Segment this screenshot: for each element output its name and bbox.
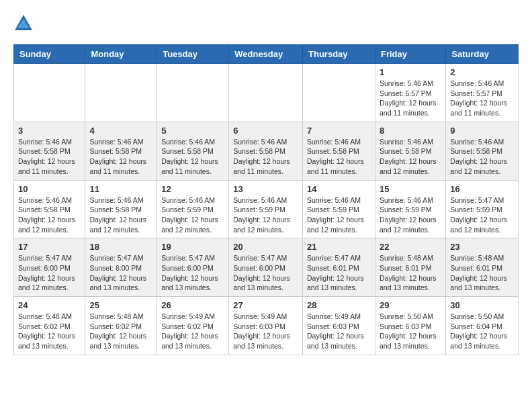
calendar-cell: 10Sunrise: 5:46 AM Sunset: 5:58 PM Dayli… [14,180,85,238]
calendar-cell: 12Sunrise: 5:46 AM Sunset: 5:59 PM Dayli… [157,180,229,238]
day-number: 18 [89,242,152,252]
day-header: Monday [85,45,157,64]
day-number: 23 [450,242,514,252]
calendar-cell: 2Sunrise: 5:46 AM Sunset: 5:57 PM Daylig… [446,64,519,122]
day-number: 17 [18,242,81,252]
day-info: Sunrise: 5:46 AM Sunset: 5:58 PM Dayligh… [89,195,152,235]
day-info: Sunrise: 5:47 AM Sunset: 6:00 PM Dayligh… [89,253,152,293]
day-number: 26 [161,300,224,310]
day-info: Sunrise: 5:46 AM Sunset: 5:58 PM Dayligh… [161,137,224,177]
calendar-cell: 25Sunrise: 5:48 AM Sunset: 6:02 PM Dayli… [85,297,157,355]
calendar-cell: 24Sunrise: 5:48 AM Sunset: 6:02 PM Dayli… [14,297,85,355]
calendar-cell: 5Sunrise: 5:46 AM Sunset: 5:58 PM Daylig… [157,122,229,180]
day-number: 24 [18,300,81,310]
day-number: 2 [450,67,514,77]
calendar-cell: 21Sunrise: 5:47 AM Sunset: 6:01 PM Dayli… [303,238,375,297]
day-number: 13 [233,184,298,194]
calendar-cell: 19Sunrise: 5:47 AM Sunset: 6:00 PM Dayli… [157,238,229,297]
day-info: Sunrise: 5:46 AM Sunset: 5:58 PM Dayligh… [307,137,371,177]
day-info: Sunrise: 5:47 AM Sunset: 6:00 PM Dayligh… [233,253,298,293]
calendar-week-row: 17Sunrise: 5:47 AM Sunset: 6:00 PM Dayli… [14,238,519,297]
day-number: 6 [233,126,298,136]
day-info: Sunrise: 5:46 AM Sunset: 5:58 PM Dayligh… [233,137,298,177]
day-info: Sunrise: 5:46 AM Sunset: 5:58 PM Dayligh… [450,137,514,177]
calendar-table: SundayMondayTuesdayWednesdayThursdayFrid… [13,44,519,355]
calendar-cell: 15Sunrise: 5:46 AM Sunset: 5:59 PM Dayli… [375,180,445,238]
day-info: Sunrise: 5:49 AM Sunset: 6:02 PM Dayligh… [161,312,224,351]
day-info: Sunrise: 5:47 AM Sunset: 6:00 PM Dayligh… [161,253,224,293]
day-info: Sunrise: 5:46 AM Sunset: 5:58 PM Dayligh… [18,195,81,235]
calendar-cell: 11Sunrise: 5:46 AM Sunset: 5:58 PM Dayli… [85,180,157,238]
calendar-cell [85,64,157,122]
calendar-cell: 17Sunrise: 5:47 AM Sunset: 6:00 PM Dayli… [14,238,85,297]
calendar-cell: 1Sunrise: 5:46 AM Sunset: 5:57 PM Daylig… [375,64,445,122]
day-number: 3 [18,126,81,136]
calendar-week-row: 24Sunrise: 5:48 AM Sunset: 6:02 PM Dayli… [14,297,519,355]
day-number: 9 [450,126,514,136]
day-number: 4 [89,126,152,136]
day-info: Sunrise: 5:48 AM Sunset: 6:02 PM Dayligh… [18,312,81,351]
day-info: Sunrise: 5:46 AM Sunset: 5:59 PM Dayligh… [380,195,441,235]
day-info: Sunrise: 5:46 AM Sunset: 5:58 PM Dayligh… [89,137,152,177]
day-info: Sunrise: 5:48 AM Sunset: 6:01 PM Dayligh… [450,253,514,293]
page-header [13,13,519,34]
day-info: Sunrise: 5:46 AM Sunset: 5:58 PM Dayligh… [380,137,441,177]
calendar-cell: 23Sunrise: 5:48 AM Sunset: 6:01 PM Dayli… [446,238,519,297]
day-info: Sunrise: 5:47 AM Sunset: 6:01 PM Dayligh… [307,253,371,293]
calendar-header-row: SundayMondayTuesdayWednesdayThursdayFrid… [14,45,519,64]
calendar-cell: 9Sunrise: 5:46 AM Sunset: 5:58 PM Daylig… [446,122,519,180]
calendar-cell [303,64,375,122]
day-number: 28 [307,300,371,310]
calendar-cell: 22Sunrise: 5:48 AM Sunset: 6:01 PM Dayli… [375,238,445,297]
calendar-week-row: 1Sunrise: 5:46 AM Sunset: 5:57 PM Daylig… [14,64,519,122]
calendar-cell: 7Sunrise: 5:46 AM Sunset: 5:58 PM Daylig… [303,122,375,180]
day-number: 29 [380,300,441,310]
day-number: 14 [307,184,371,194]
calendar-cell [229,64,303,122]
calendar-cell [14,64,85,122]
day-info: Sunrise: 5:49 AM Sunset: 6:03 PM Dayligh… [233,312,298,351]
day-info: Sunrise: 5:46 AM Sunset: 5:59 PM Dayligh… [161,195,224,235]
day-header: Sunday [14,45,85,64]
day-number: 5 [161,126,224,136]
day-number: 15 [380,184,441,194]
calendar-cell: 20Sunrise: 5:47 AM Sunset: 6:00 PM Dayli… [229,238,303,297]
day-number: 25 [89,300,152,310]
day-info: Sunrise: 5:46 AM Sunset: 5:57 PM Dayligh… [450,79,514,118]
day-header: Friday [375,45,445,64]
calendar-cell: 18Sunrise: 5:47 AM Sunset: 6:00 PM Dayli… [85,238,157,297]
calendar-cell: 16Sunrise: 5:47 AM Sunset: 5:59 PM Dayli… [446,180,519,238]
day-info: Sunrise: 5:50 AM Sunset: 6:03 PM Dayligh… [380,312,441,351]
day-header: Tuesday [157,45,229,64]
day-info: Sunrise: 5:46 AM Sunset: 5:58 PM Dayligh… [18,137,81,177]
day-number: 7 [307,126,371,136]
logo [13,13,36,34]
day-number: 10 [18,184,81,194]
calendar-cell: 28Sunrise: 5:49 AM Sunset: 6:03 PM Dayli… [303,297,375,355]
day-info: Sunrise: 5:46 AM Sunset: 5:59 PM Dayligh… [307,195,371,235]
day-number: 1 [380,67,441,77]
calendar-cell: 30Sunrise: 5:50 AM Sunset: 6:04 PM Dayli… [446,297,519,355]
logo-icon [13,13,34,34]
calendar-cell: 6Sunrise: 5:46 AM Sunset: 5:58 PM Daylig… [229,122,303,180]
day-info: Sunrise: 5:46 AM Sunset: 5:59 PM Dayligh… [233,195,298,235]
day-info: Sunrise: 5:47 AM Sunset: 6:00 PM Dayligh… [18,253,81,293]
day-header: Thursday [303,45,375,64]
day-info: Sunrise: 5:49 AM Sunset: 6:03 PM Dayligh… [307,312,371,351]
calendar-cell: 3Sunrise: 5:46 AM Sunset: 5:58 PM Daylig… [14,122,85,180]
calendar-week-row: 3Sunrise: 5:46 AM Sunset: 5:58 PM Daylig… [14,122,519,180]
calendar-cell: 8Sunrise: 5:46 AM Sunset: 5:58 PM Daylig… [375,122,445,180]
day-info: Sunrise: 5:48 AM Sunset: 6:02 PM Dayligh… [89,312,152,351]
day-info: Sunrise: 5:48 AM Sunset: 6:01 PM Dayligh… [380,253,441,293]
calendar-cell: 26Sunrise: 5:49 AM Sunset: 6:02 PM Dayli… [157,297,229,355]
day-number: 22 [380,242,441,252]
day-number: 19 [161,242,224,252]
day-number: 30 [450,300,514,310]
day-number: 21 [307,242,371,252]
day-number: 16 [450,184,514,194]
day-info: Sunrise: 5:50 AM Sunset: 6:04 PM Dayligh… [450,312,514,351]
day-info: Sunrise: 5:46 AM Sunset: 5:57 PM Dayligh… [380,79,441,118]
calendar-cell: 27Sunrise: 5:49 AM Sunset: 6:03 PM Dayli… [229,297,303,355]
day-number: 20 [233,242,298,252]
day-header: Wednesday [229,45,303,64]
